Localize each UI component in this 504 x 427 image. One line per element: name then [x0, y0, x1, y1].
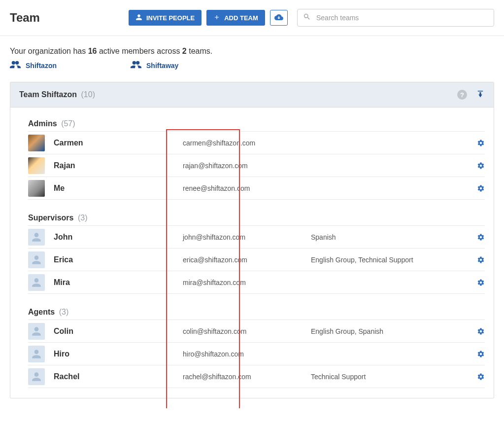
member-email: john@shiftazon.com — [183, 233, 311, 241]
member-email: mira@shiftazon.com — [183, 279, 311, 286]
gear-icon[interactable] — [470, 373, 485, 381]
member-row: Ericaerica@shiftazon.comEnglish Group, T… — [28, 249, 485, 271]
member-name: Carmen — [45, 139, 183, 147]
member-email: renee@shiftazon.com — [183, 184, 311, 192]
member-tags: Technical Support — [311, 373, 470, 381]
avatar — [28, 157, 45, 174]
search-input[interactable] — [297, 9, 494, 27]
people-icon — [131, 61, 141, 70]
gear-icon[interactable] — [470, 162, 485, 170]
section-count: (3) — [59, 308, 69, 316]
gear-icon[interactable] — [470, 233, 485, 241]
summary-teams: 2 — [182, 47, 187, 55]
member-row: Rajanrajan@shiftazon.com — [28, 154, 485, 177]
avatar-placeholder-icon — [28, 323, 45, 340]
add-team-label: ADD TEAM — [224, 14, 258, 22]
member-tags: English Group, Technical Support — [311, 256, 470, 264]
gear-icon[interactable] — [470, 256, 485, 264]
people-icon — [10, 61, 21, 70]
member-name: Erica — [45, 255, 183, 264]
avatar-placeholder-icon — [28, 274, 45, 291]
member-name: Rachel — [45, 372, 183, 381]
member-row: Carmencarmen@shiftazon.com — [28, 132, 485, 154]
summary-mid: active members across — [97, 47, 182, 55]
section-title: Supervisors (3) — [28, 214, 485, 226]
member-row: Rachelrachel@shiftazon.comTechnical Supp… — [28, 365, 485, 388]
team-link-label: Shiftaway — [146, 62, 178, 70]
sections: Admins (57)Carmencarmen@shiftazon.comRaj… — [10, 107, 494, 398]
panel-header-actions: ? — [457, 89, 485, 100]
cloud-download-icon — [274, 13, 283, 23]
section-count: (57) — [61, 119, 75, 128]
summary-prefix: Your organization has — [10, 47, 88, 55]
team-links: Shiftazon Shiftaway — [0, 61, 504, 82]
avatar-placeholder-icon — [28, 229, 45, 246]
download-icon[interactable] — [476, 89, 485, 100]
search-wrap — [297, 9, 494, 27]
avatar — [28, 135, 45, 151]
member-name: John — [45, 233, 183, 242]
member-name: Me — [45, 184, 183, 193]
team-panel: Team Shiftazon (10) ? Admins (57)Carmenc… — [10, 82, 494, 398]
section-admins: Admins (57)Carmencarmen@shiftazon.comRaj… — [28, 119, 485, 200]
add-team-button[interactable]: ADD TEAM — [206, 10, 265, 26]
section-title: Admins (57) — [28, 119, 485, 132]
member-email: carmen@shiftazon.com — [183, 139, 311, 147]
avatar-placeholder-icon — [28, 368, 45, 385]
gear-icon[interactable] — [470, 350, 485, 358]
section-title-text: Agents — [28, 308, 55, 316]
member-row: Merenee@shiftazon.com — [28, 177, 485, 200]
section-title: Agents (3) — [28, 308, 485, 320]
section-agents: Agents (3)Colincolin@shiftazon.comEnglis… — [28, 308, 485, 388]
section-title-text: Admins — [28, 119, 57, 128]
page-title: Team — [10, 11, 40, 25]
gear-icon[interactable] — [470, 139, 485, 147]
invite-people-button[interactable]: INVITE PEOPLE — [129, 10, 202, 26]
invite-label: INVITE PEOPLE — [146, 14, 195, 22]
gear-icon[interactable] — [470, 327, 485, 335]
section-supervisors: Supervisors (3)Johnjohn@shiftazon.comSpa… — [28, 214, 485, 294]
avatar-placeholder-icon — [28, 346, 45, 362]
member-tags: Spanish — [311, 233, 470, 241]
summary-members: 16 — [88, 47, 97, 55]
cloud-download-button[interactable] — [270, 10, 288, 26]
member-row: Hirohiro@shiftazon.com — [28, 343, 485, 365]
summary-text: Your organization has 16 active members … — [0, 36, 504, 61]
section-title-text: Supervisors — [28, 214, 73, 222]
plus-icon — [213, 14, 220, 22]
member-email: rajan@shiftazon.com — [183, 162, 311, 170]
member-name: Colin — [45, 327, 183, 336]
member-email: hiro@shiftazon.com — [183, 350, 311, 358]
member-email: rachel@shiftazon.com — [183, 373, 311, 381]
member-row: Colincolin@shiftazon.comEnglish Group, S… — [28, 320, 485, 343]
member-name: Rajan — [45, 161, 183, 170]
panel-count: (10) — [81, 90, 95, 99]
panel-title: Team Shiftazon (10) — [19, 90, 95, 99]
member-name: Hiro — [45, 350, 183, 358]
avatar-placeholder-icon — [28, 251, 45, 268]
team-link-label: Shiftazon — [26, 62, 57, 70]
summary-suffix: teams. — [187, 47, 212, 55]
member-row: Johnjohn@shiftazon.comSpanish — [28, 226, 485, 249]
member-name: Mira — [45, 278, 183, 287]
member-tags: English Group, Spanish — [311, 327, 470, 335]
page-header: Team INVITE PEOPLE ADD TEAM — [0, 0, 504, 36]
gear-icon[interactable] — [470, 184, 485, 192]
gear-icon[interactable] — [470, 279, 485, 286]
panel-header: Team Shiftazon (10) ? — [10, 82, 494, 107]
member-row: Miramira@shiftazon.com — [28, 271, 485, 294]
member-email: erica@shiftazon.com — [183, 256, 311, 264]
member-email: colin@shiftazon.com — [183, 327, 311, 335]
avatar — [28, 180, 45, 197]
header-actions: INVITE PEOPLE ADD TEAM — [129, 10, 288, 26]
person-icon — [135, 14, 142, 22]
section-count: (3) — [78, 214, 88, 222]
team-link-shiftaway[interactable]: Shiftaway — [131, 61, 178, 70]
help-icon[interactable]: ? — [457, 90, 467, 100]
team-link-shiftazon[interactable]: Shiftazon — [10, 61, 57, 70]
